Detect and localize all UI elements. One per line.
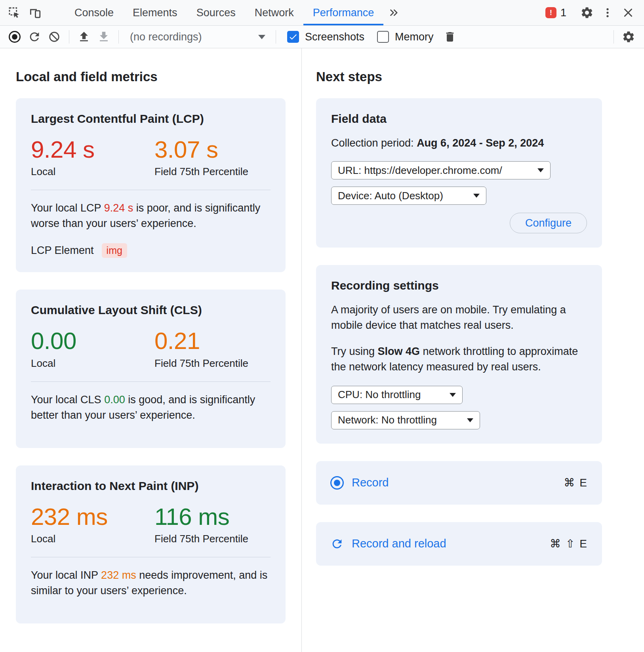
divider xyxy=(614,30,614,44)
tab-sources-label: Sources xyxy=(196,7,236,19)
screenshots-checkbox-row[interactable]: Screenshots xyxy=(287,31,364,43)
reload-icon xyxy=(330,537,344,551)
throttling-note: Try using Slow 4G network throttling to … xyxy=(331,344,587,375)
cls-card-title: Cumulative Layout Shift (CLS) xyxy=(31,303,271,317)
tab-network-label: Network xyxy=(255,7,294,19)
reload-record-icon[interactable] xyxy=(25,28,44,46)
inp-description: Your local INP 232 ms needs improvement,… xyxy=(31,568,269,599)
lcp-local-column: 9.24 s Local xyxy=(31,137,154,178)
cls-values-row: 0.00 Local 0.21 Field 75th Percentile xyxy=(31,328,271,370)
collection-period-label: Collection period: xyxy=(331,137,417,149)
panel-settings-gear-icon[interactable] xyxy=(619,28,638,46)
configure-row: Configure xyxy=(331,213,587,233)
lcp-card-title: Largest Contentful Paint (LCP) xyxy=(31,112,271,126)
recording-settings-title: Recording settings xyxy=(331,278,587,293)
tab-console[interactable]: Console xyxy=(65,0,123,25)
url-select[interactable]: URL: https://developer.chrome.com/ xyxy=(331,161,551,179)
tab-elements[interactable]: Elements xyxy=(123,0,187,25)
lcp-metric-card: Largest Contentful Paint (LCP) 9.24 s Lo… xyxy=(16,98,286,273)
cls-desc-text: Your local CLS xyxy=(31,394,104,406)
collection-period: Collection period: Aug 6, 2024 - Sep 2, … xyxy=(331,135,587,151)
tab-console-label: Console xyxy=(74,7,114,19)
inp-field-column: 116 ms Field 75th Percentile xyxy=(154,504,278,545)
inspect-element-icon[interactable] xyxy=(4,2,25,23)
field-data-card: Field data Collection period: Aug 6, 202… xyxy=(316,98,602,248)
memory-checkbox-row[interactable]: Memory xyxy=(377,31,434,43)
recordings-dropdown[interactable]: (no recordings) xyxy=(124,28,271,46)
field-data-title: Field data xyxy=(331,112,587,126)
lcp-desc-value: 9.24 s xyxy=(104,202,133,214)
cls-desc-value: 0.00 xyxy=(104,394,125,406)
devtools-tabbar: Console Elements Sources Network Perform… xyxy=(0,0,644,26)
lcp-field-column: 3.07 s Field 75th Percentile xyxy=(154,137,278,178)
inp-local-value: 232 ms xyxy=(31,504,154,530)
lcp-element-row: LCP Element img xyxy=(31,243,271,258)
more-tabs-icon[interactable] xyxy=(383,2,404,23)
chevron-down-icon xyxy=(473,194,480,198)
lcp-field-label: Field 75th Percentile xyxy=(154,166,278,178)
record-action-label: Record xyxy=(352,476,389,489)
performance-toolbar: (no recordings) Screenshots Memory xyxy=(0,26,644,48)
inp-local-column: 232 ms Local xyxy=(31,504,154,545)
lcp-values-row: 9.24 s Local 3.07 s Field 75th Percentil… xyxy=(31,137,271,178)
save-profile-icon[interactable] xyxy=(94,28,114,46)
lcp-description: Your local LCP 9.24 s is poor, and is si… xyxy=(31,200,269,231)
lcp-local-value: 9.24 s xyxy=(31,137,154,163)
screenshots-label: Screenshots xyxy=(305,31,364,43)
record-shortcut: ⌘ E xyxy=(564,476,588,489)
inp-field-label: Field 75th Percentile xyxy=(154,533,278,545)
collection-period-value: Aug 6, 2024 - Sep 2, 2024 xyxy=(417,137,544,149)
record-reload-action-left: Record and reload xyxy=(330,537,446,551)
next-steps-title: Next steps xyxy=(316,69,602,85)
inp-desc-value: 232 ms xyxy=(101,569,136,581)
cls-metric-card: Cumulative Layout Shift (CLS) 0.00 Local… xyxy=(16,290,286,448)
screenshots-checkbox[interactable] xyxy=(287,31,299,43)
inp-card-title: Interaction to Next Paint (INP) xyxy=(31,479,271,493)
inp-metric-card: Interaction to Next Paint (INP) 232 ms L… xyxy=(16,465,286,624)
record-icon xyxy=(330,476,344,490)
device-toolbar-icon[interactable] xyxy=(25,2,45,23)
tab-performance[interactable]: Performance xyxy=(303,0,384,25)
device-select[interactable]: Device: Auto (Desktop) xyxy=(331,187,486,205)
cpu-select-value: CPU: No throttling xyxy=(338,389,421,401)
divider xyxy=(276,30,276,44)
record-action-left: Record xyxy=(330,476,389,490)
tab-sources[interactable]: Sources xyxy=(187,0,245,25)
close-icon[interactable] xyxy=(618,2,638,23)
clear-icon[interactable] xyxy=(44,28,64,46)
configure-button[interactable]: Configure xyxy=(510,213,587,233)
record-reload-action-label: Record and reload xyxy=(352,537,446,550)
inp-field-value: 116 ms xyxy=(154,504,278,530)
next-steps-column: Next steps Field data Collection period:… xyxy=(302,48,644,652)
record-action-card[interactable]: Record ⌘ E xyxy=(316,461,602,505)
memory-checkbox[interactable] xyxy=(377,31,389,43)
cls-description: Your local CLS 0.00 is good, and is sign… xyxy=(31,392,269,423)
network-select-value: Network: No throttling xyxy=(338,414,437,426)
chevron-down-icon xyxy=(258,35,265,39)
error-count[interactable]: 1 xyxy=(560,7,566,19)
record-icon[interactable] xyxy=(5,28,25,46)
devtools-window: Console Elements Sources Network Perform… xyxy=(0,0,644,652)
local-field-metrics-column: Local and field metrics Largest Contentf… xyxy=(0,48,302,652)
load-profile-icon[interactable] xyxy=(74,28,94,46)
record-reload-shortcut: ⌘ ⇧ E xyxy=(550,537,588,550)
settings-gear-icon[interactable] xyxy=(577,2,597,23)
cpu-throttling-select[interactable]: CPU: No throttling xyxy=(331,386,463,404)
lcp-element-label: LCP Element xyxy=(31,244,94,257)
lcp-element-link[interactable]: img xyxy=(102,243,127,258)
error-badge-icon[interactable]: ! xyxy=(545,7,556,18)
inp-values-row: 232 ms Local 116 ms Field 75th Percentil… xyxy=(31,504,271,545)
recordings-dropdown-value: (no recordings) xyxy=(130,31,202,43)
network-throttling-select[interactable]: Network: No throttling xyxy=(331,411,480,429)
collect-garbage-icon[interactable] xyxy=(440,28,460,46)
chevron-down-icon xyxy=(450,393,456,397)
mobile-emulation-note: A majority of users are on mobile. Try e… xyxy=(331,302,587,333)
chevron-down-icon xyxy=(467,418,473,422)
record-reload-action-card[interactable]: Record and reload ⌘ ⇧ E xyxy=(316,522,602,566)
cls-field-column: 0.21 Field 75th Percentile xyxy=(154,328,278,370)
kebab-menu-icon[interactable] xyxy=(597,2,618,23)
panel-content: Local and field metrics Largest Contentf… xyxy=(0,48,644,652)
lcp-field-value: 3.07 s xyxy=(154,137,278,163)
lcp-desc-text: Your local LCP xyxy=(31,202,104,214)
tab-network[interactable]: Network xyxy=(245,0,303,25)
